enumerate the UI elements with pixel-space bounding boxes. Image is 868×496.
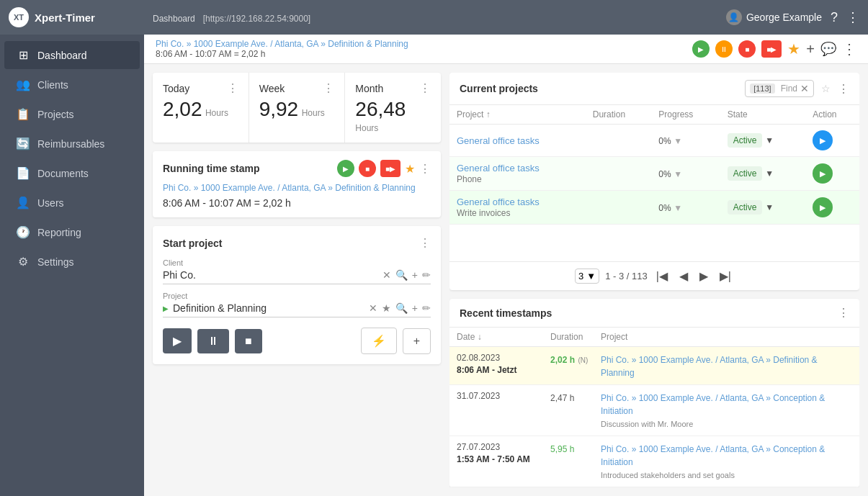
client-add-icon[interactable]: + bbox=[412, 269, 418, 281]
sidebar-item-projects[interactable]: 📋 Projects bbox=[4, 100, 140, 128]
col-state[interactable]: State bbox=[720, 105, 806, 125]
search-placeholder: Find bbox=[781, 84, 797, 94]
running-stop-button[interactable]: ■ bbox=[359, 160, 376, 177]
page-size-select[interactable]: 3 ▼ bbox=[575, 269, 599, 284]
action-play-button[interactable]: ▶ bbox=[813, 130, 833, 150]
stat-today: Today ⋮ 2,02 Hours bbox=[153, 73, 249, 143]
sidebar-item-label: Dashboard bbox=[37, 50, 87, 61]
running-title: Running time stamp bbox=[163, 163, 260, 174]
project-field-group: Project ▶ Definition & Planning ✕ ★ 🔍 + … bbox=[163, 292, 431, 317]
progress-dropdown-icon[interactable]: ▼ bbox=[674, 203, 682, 213]
action-play-button[interactable]: ▶ bbox=[813, 163, 833, 184]
stat-week-more[interactable]: ⋮ bbox=[323, 81, 334, 95]
state-dropdown: Active ▼ bbox=[728, 166, 799, 181]
search-clear-icon[interactable]: ✕ bbox=[800, 83, 809, 94]
running-project-link[interactable]: Phi Co. » 1000 Example Ave. / Atlanta, G… bbox=[163, 183, 431, 193]
breadcrumb-path[interactable]: Phi Co. » 1000 Example Ave. / Atlanta, G… bbox=[156, 39, 408, 49]
col-duration[interactable]: Duration bbox=[586, 105, 652, 125]
timer-play-button[interactable]: ▶ bbox=[163, 328, 192, 353]
col-action: Action bbox=[805, 105, 859, 125]
ts-dur-col: 5,95 h bbox=[550, 442, 594, 455]
stat-week-value: 9,92 bbox=[259, 98, 299, 120]
project-search-box[interactable]: [113] Find ✕ bbox=[745, 80, 814, 97]
user-menu[interactable]: 👤 George Example bbox=[726, 9, 822, 25]
running-stop2-button[interactable]: ■▶ bbox=[380, 160, 401, 177]
breadcrumb-bar: Phi Co. » 1000 Example Ave. / Atlanta, G… bbox=[144, 35, 868, 64]
ts-project-link[interactable]: Phi Co. » 1000 Example Ave. / Atlanta, G… bbox=[601, 444, 825, 467]
project-star-icon[interactable]: ★ bbox=[382, 302, 391, 314]
page-size-arrow[interactable]: ▼ bbox=[586, 271, 596, 281]
projects-more-button[interactable]: ⋮ bbox=[838, 82, 849, 96]
ts-project-link[interactable]: Phi Co. » 1000 Example Ave. / Atlanta, G… bbox=[601, 393, 825, 416]
timer-flash-button[interactable]: ⚡ bbox=[361, 328, 397, 354]
stat-today-unit: Hours bbox=[205, 108, 228, 118]
running-more-button[interactable]: ⋮ bbox=[419, 162, 431, 176]
action-play-button[interactable]: ▶ bbox=[813, 197, 833, 217]
timer-add-time-button[interactable]: + bbox=[403, 328, 431, 354]
running-star-button[interactable]: ★ bbox=[405, 162, 415, 176]
sidebar-item-users[interactable]: 👤 Users bbox=[4, 189, 140, 217]
col-project[interactable]: Project ↑ bbox=[449, 105, 586, 125]
timer-stop-button[interactable]: ■ bbox=[235, 329, 262, 353]
sidebar-item-dashboard[interactable]: ⊞ Dashboard bbox=[4, 41, 140, 69]
ts-date: 27.07.2023 bbox=[457, 442, 543, 452]
breadcrumb-stop2-button[interactable]: ■▶ bbox=[761, 40, 782, 58]
stat-today-more[interactable]: ⋮ bbox=[227, 81, 238, 95]
client-edit-icon[interactable]: ✏ bbox=[422, 269, 431, 281]
project-edit-icon[interactable]: ✏ bbox=[422, 302, 431, 314]
col-progress[interactable]: Progress bbox=[651, 105, 720, 125]
ts-project-link[interactable]: Phi Co. » 1000 Example Ave. / Atlanta, G… bbox=[601, 355, 818, 378]
page-first-button[interactable]: |◀ bbox=[653, 268, 671, 284]
project-name-link[interactable]: General office tasks bbox=[457, 135, 540, 146]
breadcrumb-star-button[interactable]: ★ bbox=[787, 40, 800, 58]
project-search-icon[interactable]: 🔍 bbox=[395, 302, 408, 314]
topbar-more-button[interactable]: ⋮ bbox=[846, 9, 859, 25]
running-play-button[interactable]: ▶ bbox=[337, 160, 354, 177]
sidebar-item-settings[interactable]: ⚙ Settings bbox=[4, 248, 140, 276]
progress-dropdown-icon[interactable]: ▼ bbox=[674, 136, 682, 146]
project-sub: Write invoices bbox=[457, 208, 510, 218]
sidebar-item-clients[interactable]: 👥 Clients bbox=[4, 71, 140, 99]
timestamps-more-button[interactable]: ⋮ bbox=[838, 306, 849, 320]
logo-icon: XT bbox=[9, 7, 29, 27]
timer-pause-button[interactable]: ⏸ bbox=[197, 329, 229, 353]
breadcrumb-more-button[interactable]: ⋮ bbox=[842, 40, 856, 58]
table-row: General office tasks Write invoices 0% ▼ bbox=[449, 191, 859, 225]
project-add-icon[interactable]: + bbox=[412, 302, 418, 314]
page-last-button[interactable]: ▶| bbox=[717, 268, 734, 284]
page-prev-button[interactable]: ◀ bbox=[676, 268, 691, 284]
reporting-icon: 🕐 bbox=[16, 225, 30, 239]
project-name-link[interactable]: General office tasks bbox=[457, 163, 540, 173]
projects-star-filter[interactable]: ☆ bbox=[821, 83, 831, 94]
col-date[interactable]: Date ↓ bbox=[457, 332, 543, 342]
project-name-link[interactable]: General office tasks bbox=[457, 197, 540, 207]
state-dropdown-arrow[interactable]: ▼ bbox=[765, 202, 774, 212]
breadcrumb-stop-button[interactable]: ■ bbox=[738, 40, 756, 58]
breadcrumb-time: 8:06 AM - 10:07 AM = 2,02 h bbox=[156, 49, 408, 59]
stat-month-more[interactable]: ⋮ bbox=[419, 81, 431, 95]
progress-dropdown-icon[interactable]: ▼ bbox=[674, 169, 682, 179]
page-next-button[interactable]: ▶ bbox=[697, 268, 711, 284]
sidebar-item-label: Reimbursables bbox=[37, 138, 104, 150]
start-buttons: ▶ ⏸ ■ ⚡ + bbox=[163, 328, 431, 354]
client-field-icons: ✕ 🔍 + ✏ bbox=[382, 269, 431, 281]
timestamp-row: 27.07.2023 1:53 AM - 7:50 AM 5,95 h Phi … bbox=[449, 436, 859, 487]
client-search-icon[interactable]: 🔍 bbox=[395, 269, 408, 281]
help-button[interactable]: ? bbox=[831, 10, 838, 25]
client-clear-icon[interactable]: ✕ bbox=[382, 269, 391, 281]
col-duration: Duration bbox=[550, 332, 594, 342]
state-dropdown-arrow[interactable]: ▼ bbox=[765, 168, 774, 179]
sidebar-item-documents[interactable]: 📄 Documents bbox=[4, 159, 140, 187]
breadcrumb-comment-button[interactable]: 💬 bbox=[820, 41, 836, 57]
project-clear-icon[interactable]: ✕ bbox=[369, 302, 377, 314]
state-badge: Active bbox=[728, 166, 763, 181]
timestamp-row: 31.07.2023 2,47 h Phi Co. » 1000 Example… bbox=[449, 385, 859, 436]
start-project-more-button[interactable]: ⋮ bbox=[419, 236, 431, 250]
breadcrumb-add-button[interactable]: + bbox=[806, 41, 815, 58]
running-actions: ▶ ■ ■▶ ★ ⋮ bbox=[337, 160, 431, 177]
sidebar-item-reimbursables[interactable]: 🔄 Reimbursables bbox=[4, 130, 140, 158]
breadcrumb-pause-button[interactable]: ⏸ bbox=[715, 40, 733, 58]
breadcrumb-play-button[interactable]: ▶ bbox=[692, 40, 710, 58]
sidebar-item-reporting[interactable]: 🕐 Reporting bbox=[4, 218, 140, 246]
state-dropdown-arrow[interactable]: ▼ bbox=[765, 135, 774, 145]
